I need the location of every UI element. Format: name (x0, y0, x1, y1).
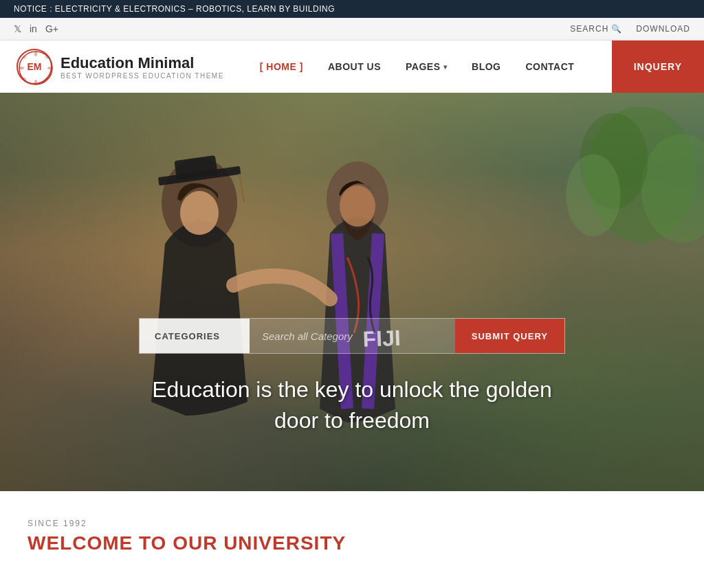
nav-about-label: ABOUT US (328, 61, 381, 72)
search-bar: CATEGORIES SUBMIT QUERY (139, 318, 565, 354)
pages-dropdown-arrow: ▾ (443, 63, 448, 71)
logo-icon: EM (16, 49, 52, 84)
hero-tagline: Education is the key to unlock the golde… (146, 374, 558, 436)
nav-contact-label: CONTACT (525, 61, 574, 72)
main-header: EM Education Minimal BEST WORDPRESS EDUC… (0, 41, 704, 93)
nav-item-about[interactable]: ABOUT US (316, 41, 393, 93)
notice-text: NOTICE : ELECTRICITY & ELECTRONICS – ROB… (14, 4, 335, 14)
nav-home-label: [ HOME ] (260, 61, 303, 72)
search-input[interactable] (250, 319, 455, 353)
logo-text: Education Minimal BEST WORDPRESS EDUCATI… (60, 54, 224, 80)
twitter-icon: 𝕏 (14, 23, 21, 34)
nav-item-home[interactable]: [ HOME ] (248, 41, 316, 93)
search-submit-label: SUBMIT QUERY (472, 331, 548, 341)
nav-blog-label: BLOG (472, 61, 500, 72)
search-icon: 🔍 (611, 24, 622, 34)
social-links: 𝕏 in G+ (14, 23, 58, 34)
site-tagline: BEST WORDPRESS EDUCATION THEME (60, 72, 224, 80)
svg-point-1 (19, 67, 24, 69)
nav-item-contact[interactable]: CONTACT (513, 41, 586, 93)
hero-section: FIJI CATEGORIES SUBMIT QUERY (0, 93, 704, 491)
nav-item-pages[interactable]: PAGES ▾ (393, 41, 459, 93)
gplus-icon: G+ (45, 23, 58, 34)
gplus-link[interactable]: G+ (45, 23, 58, 34)
inquiry-label: INQUERY (634, 61, 682, 72)
category-label: CATEGORIES (155, 331, 220, 341)
twitter-link[interactable]: 𝕏 (14, 23, 21, 34)
download-link[interactable]: DOWNLOAD (636, 24, 690, 34)
svg-point-2 (47, 67, 53, 69)
search-submit-button[interactable]: SUBMIT QUERY (455, 319, 564, 353)
since-label: SINCE 1992 (28, 519, 676, 528)
inquiry-button[interactable]: INQUERY (612, 41, 704, 93)
top-bar-right: SEARCH 🔍 DOWNLOAD (570, 24, 690, 34)
linkedin-icon: in (30, 23, 37, 34)
top-bar: 𝕏 in G+ SEARCH 🔍 DOWNLOAD (0, 18, 704, 41)
linkedin-link[interactable]: in (30, 23, 37, 34)
below-hero: SINCE 1992 WELCOME TO OUR UNIVERSITY (0, 491, 704, 568)
category-button[interactable]: CATEGORIES (140, 319, 250, 353)
nav-pages-label: PAGES (406, 61, 440, 72)
search-link[interactable]: SEARCH 🔍 (570, 24, 622, 34)
svg-point-3 (34, 51, 37, 56)
logo-initials: EM (28, 62, 42, 71)
main-nav: [ HOME ] ABOUT US PAGES ▾ BLOG CONTACT (241, 41, 612, 93)
svg-point-4 (34, 80, 37, 85)
notice-bar: NOTICE : ELECTRICITY & ELECTRONICS – ROB… (0, 0, 704, 18)
hero-content: CATEGORIES SUBMIT QUERY Education is the… (0, 318, 704, 436)
nav-item-blog[interactable]: BLOG (459, 41, 513, 93)
logo-area[interactable]: EM Education Minimal BEST WORDPRESS EDUC… (0, 41, 241, 93)
site-name: Education Minimal (60, 54, 224, 72)
welcome-heading: WELCOME TO OUR UNIVERSITY (28, 532, 676, 554)
